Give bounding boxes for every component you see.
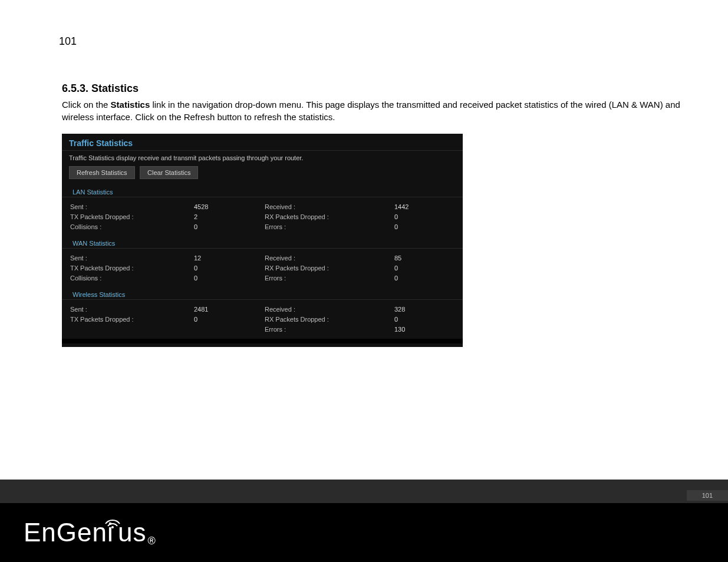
wan-statistics-grid: Sent : 12 Received : 85 TX Packets Dropp… — [62, 252, 463, 287]
footer-page-number: 101 — [687, 490, 728, 501]
footer-top-strip: 101 — [0, 480, 728, 503]
lan-tx-dropped-label: TX Packets Dropped : — [70, 213, 182, 220]
wireless-sent-value: 2481 — [194, 306, 253, 313]
panel-title: Traffic Statistics — [62, 134, 463, 151]
wan-sent-label: Sent : — [70, 254, 182, 262]
wireless-rx-dropped-value: 0 — [394, 316, 442, 323]
lan-received-label: Received : — [265, 203, 383, 210]
footer: 101 EnGen i us ® — [0, 480, 728, 562]
refresh-statistics-button[interactable]: Refresh Statistics — [69, 166, 135, 179]
wan-tx-dropped-label: TX Packets Dropped : — [70, 265, 182, 272]
wan-rx-dropped-value: 0 — [394, 265, 442, 272]
wan-errors-label: Errors : — [265, 275, 383, 282]
wireless-errors-value: 130 — [394, 326, 442, 333]
wireless-tx-dropped-value: 0 — [194, 316, 253, 323]
wan-tx-dropped-value: 0 — [194, 265, 253, 272]
torn-edge — [62, 339, 463, 343]
lan-received-value: 1442 — [394, 203, 442, 210]
lan-rx-dropped-label: RX Packets Dropped : — [265, 213, 383, 220]
wireless-statistics-tab: Wireless Statistics — [62, 287, 463, 300]
lan-collisions-value: 0 — [194, 223, 253, 230]
wan-sent-value: 12 — [194, 254, 253, 262]
lan-errors-label: Errors : — [265, 223, 383, 230]
wan-statistics-tab: WAN Statistics — [62, 236, 463, 249]
lan-tx-dropped-value: 2 — [194, 213, 253, 220]
wireless-statistics-grid: Sent : 2481 Received : 328 TX Packets Dr… — [62, 303, 463, 339]
lan-sent-value: 4528 — [194, 203, 253, 210]
wan-received-value: 85 — [394, 254, 442, 262]
logo-text-en: EnGen — [24, 518, 107, 547]
wan-rx-dropped-label: RX Packets Dropped : — [265, 265, 383, 272]
intro-post: link in the navigation drop-down menu. T… — [62, 100, 680, 122]
wireless-received-value: 328 — [394, 306, 442, 313]
lan-statistics-tab: LAN Statistics — [62, 185, 463, 197]
button-row: Refresh Statistics Clear Statistics — [62, 166, 463, 185]
wan-received-label: Received : — [265, 254, 383, 262]
clear-statistics-button[interactable]: Clear Statistics — [140, 166, 198, 179]
traffic-statistics-panel: Traffic Statistics Traffic Statistics di… — [62, 134, 463, 347]
wireless-errors-label: Errors : — [265, 326, 383, 333]
empty-cell — [70, 326, 182, 333]
panel-description: Traffic Statistics display receive and t… — [62, 151, 463, 166]
wifi-icon — [104, 515, 121, 528]
engenius-logo: EnGen i us ® — [24, 518, 156, 547]
logo-registered-icon: ® — [147, 535, 155, 547]
intro-bold: Statistics — [111, 100, 150, 110]
lan-rx-dropped-value: 0 — [394, 213, 442, 220]
empty-cell — [194, 326, 253, 333]
footer-main: EnGen i us ® — [0, 503, 728, 562]
lan-collisions-label: Collisions : — [70, 223, 182, 230]
intro-pre: Click on the — [62, 100, 111, 110]
svg-point-0 — [111, 526, 114, 528]
wireless-tx-dropped-label: TX Packets Dropped : — [70, 316, 182, 323]
intro-text: Click on the Statistics link in the navi… — [62, 98, 704, 123]
logo-i-wrap: i — [107, 518, 118, 547]
lan-sent-label: Sent : — [70, 203, 182, 210]
wan-errors-value: 0 — [394, 275, 442, 282]
wan-collisions-label: Collisions : — [70, 275, 182, 282]
wan-collisions-value: 0 — [194, 275, 253, 282]
lan-statistics-grid: Sent : 4528 Received : 1442 TX Packets D… — [62, 201, 463, 236]
logo-text-us: us — [118, 518, 146, 547]
wireless-sent-label: Sent : — [70, 306, 182, 313]
lan-errors-value: 0 — [394, 223, 442, 230]
wireless-rx-dropped-label: RX Packets Dropped : — [265, 316, 383, 323]
wireless-received-label: Received : — [265, 306, 383, 313]
content-area: 6.5.3. Statistics Click on the Statistic… — [62, 82, 704, 347]
page-number-top: 101 — [59, 35, 77, 48]
section-heading: 6.5.3. Statistics — [62, 82, 704, 95]
